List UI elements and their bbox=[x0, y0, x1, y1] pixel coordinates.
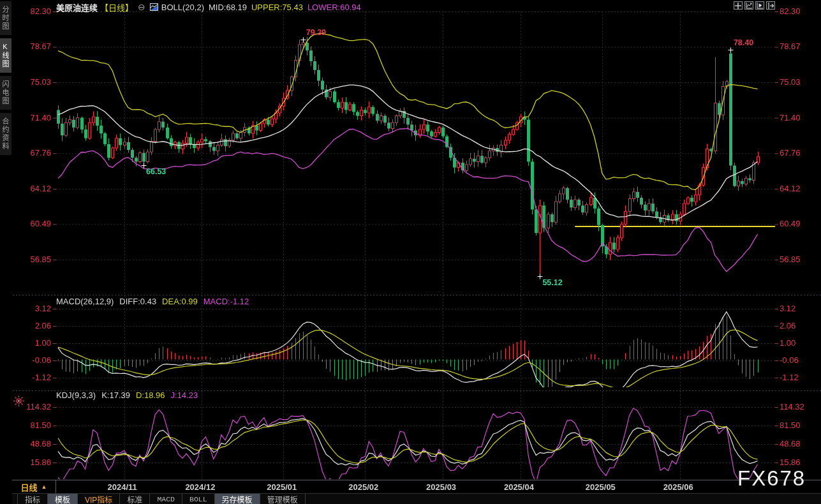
axis-pan-icon[interactable] bbox=[755, 1, 764, 10]
x-axis-month-label: 2025/06 bbox=[663, 482, 693, 492]
x-axis-month-label: 2024/12 bbox=[185, 482, 215, 492]
kdj-k-value: K:17.39 bbox=[101, 390, 130, 400]
price-axis-label-right: 60.49 bbox=[780, 220, 801, 228]
price-axis-label-left: 82.30 bbox=[18, 8, 51, 15]
macd-axis-label-right: 3.12 bbox=[780, 305, 795, 313]
kdj-axis-label-right: 15.86 bbox=[780, 459, 801, 466]
toolbar-tab[interactable]: 指标 bbox=[17, 494, 48, 504]
price-axis-label-left: 64.12 bbox=[18, 185, 51, 193]
macd-axis-label-left: -1.12 bbox=[18, 374, 51, 382]
toolbar-tab[interactable]: 标准 bbox=[120, 494, 150, 504]
toolbar-tab[interactable]: 另存模板 bbox=[215, 494, 260, 504]
price-extreme-label: 66.53 bbox=[146, 167, 166, 176]
macd-axis-label-left: 2.06 bbox=[18, 322, 51, 330]
boll-upper-value: UPPER:75.43 bbox=[251, 3, 303, 12]
price-axis-label-left: 75.03 bbox=[18, 78, 51, 86]
period-tag: 【日线】 bbox=[100, 1, 133, 13]
kdj-d-value: D:18.96 bbox=[136, 390, 165, 400]
collapse-panel-icon[interactable] bbox=[766, 1, 775, 10]
price-extreme-label: 78.40 bbox=[734, 38, 753, 47]
macd-axis-label-left: 3.12 bbox=[18, 305, 51, 313]
period-selector-button[interactable]: 日线 ▲ bbox=[12, 480, 56, 493]
price-axis-label-right: 78.67 bbox=[780, 43, 801, 50]
toolbar-tab[interactable]: MACD bbox=[150, 494, 182, 504]
toolbar-tab[interactable]: VIP指标 bbox=[78, 494, 120, 504]
chart-canvas[interactable] bbox=[0, 0, 821, 504]
kdj-pane-header: KDJ(9,3,3) K:17.39 D:18.96 J:14.23 bbox=[56, 390, 198, 400]
macd-pane-header: MACD(26,12,9) DIFF:0.43 DEA:0.99 MACD:-1… bbox=[56, 297, 249, 306]
price-axis-label-right: 75.03 bbox=[780, 78, 801, 86]
price-axis-label-right: 71.40 bbox=[780, 114, 801, 122]
price-axis-label-left: 78.67 bbox=[18, 43, 51, 50]
price-axis-label-right: 56.85 bbox=[780, 256, 801, 263]
chart-toolbar bbox=[734, 1, 775, 10]
period-arrow-icon: ▲ bbox=[41, 484, 47, 490]
toolbar-tab[interactable]: BOLL bbox=[182, 494, 215, 504]
x-axis-month-label: 2025/03 bbox=[426, 482, 456, 492]
price-axis-label-right: 67.76 bbox=[780, 149, 801, 157]
toolbar-tab[interactable]: 模板 bbox=[48, 494, 78, 504]
period-label: 日线 bbox=[21, 481, 38, 493]
macd-axis-label-left: 1.00 bbox=[18, 339, 51, 347]
kdj-j-value: J:14.23 bbox=[171, 390, 198, 400]
kdj-axis-label-left: 15.86 bbox=[18, 459, 51, 466]
axis-zoom-icon[interactable] bbox=[744, 1, 753, 10]
sun-marker-icon bbox=[13, 396, 24, 409]
macd-dea-value: DEA:0.99 bbox=[162, 297, 198, 306]
x-axis-month-label: 2025/05 bbox=[586, 482, 616, 492]
sidebar-tab[interactable]: 闪电图 bbox=[0, 76, 11, 110]
macd-axis-label-right: -1.12 bbox=[780, 374, 799, 382]
indicator-thumbnail-icon bbox=[150, 3, 158, 11]
boll-mid-value: MID:68.19 bbox=[209, 3, 247, 12]
price-extreme-label: 55.12 bbox=[542, 278, 562, 287]
kdj-axis-label-left: 48.68 bbox=[18, 440, 51, 448]
bottom-toolbar: 指标模板VIP指标标准MACDBOLL另存模板管理模板 bbox=[12, 493, 821, 504]
macd-axis-label-left: -0.06 bbox=[18, 357, 51, 364]
macd-param-label: MACD(26,12,9) bbox=[56, 297, 114, 306]
x-axis-month-label: 2025/01 bbox=[267, 482, 297, 492]
sidebar-tab[interactable]: 分时图 bbox=[0, 1, 11, 35]
watermark: FX678 bbox=[737, 466, 806, 491]
toolbar-tab[interactable]: 管理模板 bbox=[260, 494, 306, 504]
boll-lower-value: LOWER:60.94 bbox=[307, 3, 361, 12]
chart-type-sidebar: 分时图K线图闪电图合约资料 bbox=[0, 1, 12, 158]
kdj-axis-label-right: 81.50 bbox=[780, 422, 801, 429]
price-axis-label-right: 64.12 bbox=[780, 185, 801, 193]
macd-diff-value: DIFF:0.43 bbox=[119, 297, 156, 306]
macd-axis-label-right: 2.06 bbox=[780, 322, 795, 330]
kdj-param-label: KDJ(9,3,3) bbox=[56, 390, 96, 400]
kdj-axis-label-left: 81.50 bbox=[18, 422, 51, 429]
price-axis-label-left: 71.40 bbox=[18, 114, 51, 122]
sidebar-tab[interactable]: K线图 bbox=[0, 38, 11, 73]
macd-axis-label-right: -0.06 bbox=[780, 357, 799, 364]
price-axis-label-right: 82.30 bbox=[780, 8, 801, 15]
crosshair-tool-icon[interactable] bbox=[734, 1, 743, 10]
symbol-name: 美原油连续 bbox=[56, 1, 98, 13]
kdj-axis-label-right: 114.32 bbox=[780, 403, 804, 411]
sidebar-tab[interactable]: 合约资料 bbox=[0, 113, 11, 155]
boll-param-label: BOLL(20,2) bbox=[161, 3, 204, 12]
zoom-out-icon[interactable]: ⊖ bbox=[138, 3, 145, 11]
x-axis-month-label: 2025/04 bbox=[504, 482, 534, 492]
macd-axis-label-right: 1.00 bbox=[780, 339, 795, 347]
symbol-header: 美原油连续 【日线】 ⊖ BOLL(20,2) MID:68.19 UPPER:… bbox=[56, 2, 361, 12]
x-axis-month-label: 2025/02 bbox=[348, 482, 378, 492]
price-axis-label-left: 60.49 bbox=[18, 220, 51, 228]
price-extreme-label: 79.39 bbox=[306, 28, 326, 37]
price-axis-label-left: 56.85 bbox=[18, 256, 51, 263]
price-axis-label-left: 67.76 bbox=[18, 149, 51, 157]
kdj-axis-label-right: 48.68 bbox=[780, 440, 801, 448]
macd-macd-value: MACD:-1.12 bbox=[203, 297, 249, 306]
x-axis-month-label: 2024/11 bbox=[108, 482, 137, 492]
chart-window: 分时图K线图闪电图合约资料 美原油连续 【日线】 ⊖ BOLL(20,2) MI… bbox=[0, 0, 821, 504]
